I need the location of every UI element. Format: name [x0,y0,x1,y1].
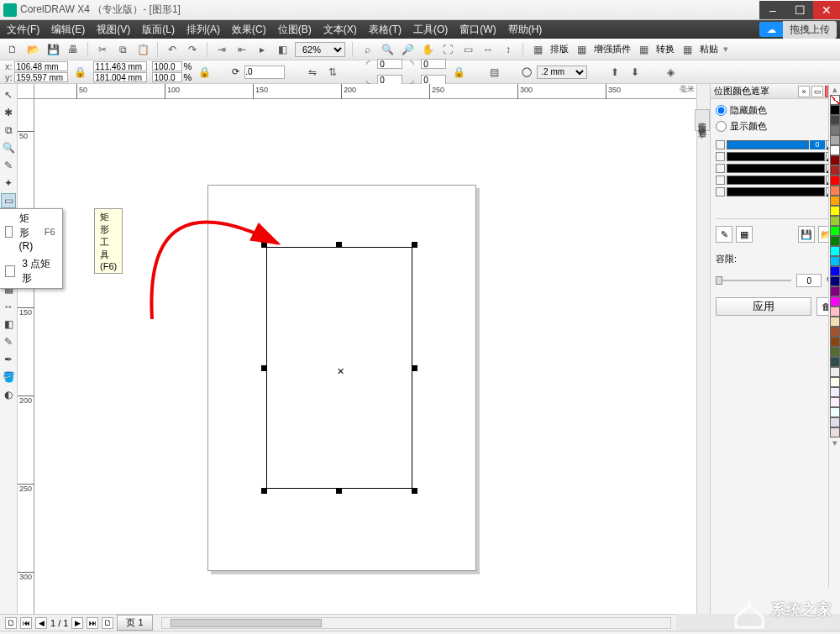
shape-tool[interactable]: ✱ [1,105,16,120]
ruler-vertical[interactable]: 50 100 150 200 250 300 [18,99,34,614]
menu-edit[interactable]: 编辑(E) [51,23,85,37]
palette-swatch[interactable] [830,145,840,155]
smart-tool[interactable]: ✦ [1,176,16,191]
zoom-out-icon[interactable]: 🔎 [400,42,415,57]
print-icon[interactable]: 🖶 [66,42,81,57]
palette-swatch[interactable] [830,286,840,296]
palette-swatch[interactable] [830,246,840,256]
outline-width-select[interactable]: .2 mm [537,65,587,79]
cut-icon[interactable]: ✂ [95,42,110,57]
menu-view[interactable]: 视图(V) [97,23,130,37]
palette-swatch[interactable] [830,196,840,206]
menu-arrange[interactable]: 排列(A) [186,23,220,37]
palette-swatch[interactable] [830,397,840,407]
palette-swatch[interactable] [830,296,840,307]
convert-icon[interactable]: ▦ [636,42,651,57]
copy-icon[interactable]: ⧉ [115,42,130,57]
docker-collapse-button[interactable]: » [798,86,810,97]
canvas[interactable]: 50 100 150 200 250 300 350 毫米 50 100 150… [18,84,696,614]
save-mask-button[interactable]: 💾 [798,226,815,243]
menu-tools[interactable]: 工具(O) [413,23,448,37]
paste-ext-label[interactable]: 粘贴 [700,43,718,55]
zoom-select[interactable]: 62% [295,42,345,57]
page-last-icon[interactable]: ⏭ [87,617,98,629]
welcome-icon[interactable]: ◧ [275,42,290,57]
plugin-icon[interactable]: ▦ [574,42,589,57]
selected-rectangle[interactable]: ✕ [261,242,417,494]
palette-swatch[interactable] [830,226,840,236]
palette-swatch[interactable] [830,176,840,186]
to-back-icon[interactable]: ⬇ [627,65,643,80]
ruler-origin[interactable] [18,84,34,99]
outline-tool[interactable]: ✒ [1,352,16,367]
import-icon[interactable]: ⇥ [214,42,229,57]
pick-tool[interactable]: ↖ [1,87,16,102]
pan-icon[interactable]: ✋ [420,42,435,57]
dimension-tool[interactable]: ↔ [1,299,16,314]
menu-window[interactable]: 窗口(W) [459,23,496,37]
palette-swatch[interactable] [830,427,840,438]
plugin-label[interactable]: 增强插件 [594,43,631,55]
palette-down-icon[interactable]: ▾ [829,438,840,448]
zoom-in-icon[interactable]: 🔍 [380,42,395,57]
palette-swatch[interactable] [830,115,840,125]
paste-ext-icon[interactable]: ▦ [680,42,695,57]
hide-color-radio[interactable]: 隐藏颜色 [716,104,835,117]
palette-swatch[interactable] [830,417,840,427]
page-tab[interactable]: 页 1 [117,615,152,631]
x-input[interactable] [14,61,68,71]
menu-effects[interactable]: 效果(C) [232,23,266,37]
page-next-icon[interactable]: ▶ [71,617,83,629]
palette-swatch[interactable] [830,407,840,417]
menu-bitmaps[interactable]: 位图(B) [278,23,312,37]
angle-input[interactable] [244,65,285,79]
corner-tr-icon[interactable]: ◝ [404,56,419,71]
flyout-3pt-rectangle[interactable]: 3 点矩形 [0,254,62,288]
flyout-rectangle[interactable]: 矩形(R) F6 [0,209,62,254]
color-row-4[interactable]: ▴ [716,186,835,197]
edit-color-button[interactable]: ▦ [736,226,753,243]
docker-tab[interactable]: 位图颜色遮罩 [695,109,710,131]
show-color-radio[interactable]: 显示颜色 [716,120,835,133]
menu-text[interactable]: 文本(X) [323,23,357,37]
palette-swatch[interactable] [830,387,840,397]
palette-swatch[interactable] [830,367,840,377]
crop-tool[interactable]: ⧉ [1,123,16,138]
save-icon[interactable]: 💾 [45,42,60,57]
launch-icon[interactable]: ▸ [255,42,270,57]
palette-swatch[interactable] [830,155,840,165]
handle-center[interactable]: ✕ [337,366,344,377]
lock-pos-icon[interactable]: 🔒 [73,65,88,80]
palette-swatch[interactable] [830,266,840,276]
freehand-tool[interactable]: ✎ [1,158,16,173]
scale-x-input[interactable] [152,61,182,71]
y-input[interactable] [14,72,68,82]
handle-bot-mid[interactable] [336,488,342,494]
page-add-icon[interactable]: 🗋 [5,617,17,629]
mirror-v-icon[interactable]: ⇅ [325,65,340,80]
scrollbar-horizontal[interactable] [161,617,671,629]
mirror-h-icon[interactable]: ⇋ [305,65,320,80]
convert-label[interactable]: 转换 [656,43,675,55]
fit-width-icon[interactable]: ↔ [480,42,496,57]
fit-icon[interactable]: ⛶ [440,42,455,57]
corner-tl-input[interactable] [377,59,402,69]
minimize-button[interactable]: – [759,1,786,19]
apply-button[interactable]: 应用 [716,297,811,316]
handle-top-right[interactable] [412,242,417,248]
maximize-button[interactable]: ☐ [786,1,813,19]
palette-swatch[interactable] [830,125,840,135]
to-front-icon[interactable]: ⬆ [607,65,622,80]
palette-swatch[interactable] [830,256,840,266]
fit-page-icon[interactable]: ▭ [460,42,475,57]
upload-label[interactable]: 拖拽上传 [783,21,837,39]
color-row-0[interactable]: 0▴ [716,139,835,150]
layout-icon[interactable]: ▦ [530,42,545,57]
width-input[interactable] [93,61,147,71]
palette-swatch[interactable] [830,236,840,246]
palette-swatch[interactable] [830,276,840,286]
handle-top-mid[interactable] [336,242,342,248]
menu-help[interactable]: 帮助(H) [508,23,543,37]
palette-swatch[interactable] [830,135,840,145]
convert-curves-icon[interactable]: ◈ [663,65,678,80]
